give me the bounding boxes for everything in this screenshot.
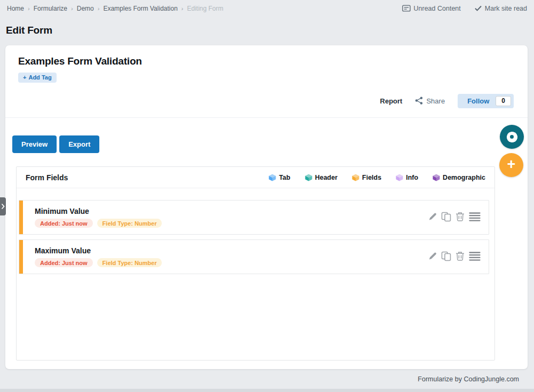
copy-icon: [441, 212, 451, 223]
edit-field-button[interactable]: [428, 212, 437, 222]
field-row-minimum-value: Minimum Value Added: Just now Field Type…: [19, 200, 489, 235]
report-link[interactable]: Report: [380, 97, 403, 105]
cube-icon: [396, 174, 403, 181]
breadcrumb-separator: ›: [28, 5, 30, 12]
added-badge: Added: Just now: [35, 219, 93, 228]
settings-fab-button[interactable]: [500, 125, 524, 149]
trash-icon: [456, 212, 465, 223]
copy-icon: [441, 251, 451, 263]
plus-icon: +: [507, 157, 516, 172]
cube-icon: [433, 174, 440, 181]
field-type-badge: Field Type: Number: [97, 219, 162, 228]
breadcrumb-separator: ›: [182, 5, 184, 12]
page-title: Edit Form: [6, 25, 52, 36]
chevron-right-icon: [2, 203, 5, 211]
preview-button[interactable]: Preview: [12, 135, 57, 153]
add-tag-label: Add Tag: [28, 74, 51, 81]
social-actions-row: Report Share Follow 0: [5, 83, 528, 117]
legend-item-fields[interactable]: Fields: [352, 174, 381, 181]
delete-field-button[interactable]: [456, 251, 465, 262]
legend-item-info[interactable]: Info: [396, 174, 418, 181]
legend-label: Demographic: [443, 174, 485, 181]
breadcrumb-separator: ›: [98, 5, 100, 12]
legend-item-header[interactable]: Header: [305, 174, 337, 181]
unread-content-label: Unread Content: [414, 5, 461, 12]
legend-label: Fields: [362, 174, 381, 181]
breadcrumb: Home › Formularize › Demo › Examples For…: [7, 5, 223, 12]
pencil-icon: [428, 212, 437, 222]
form-card-header: Examples Form Validation + Add Tag: [5, 45, 528, 83]
field-badges: Added: Just now Field Type: Number: [35, 219, 162, 228]
follower-count-badge: 0: [496, 96, 511, 106]
field-title: Maximum Value: [35, 246, 162, 255]
add-field-fab-button[interactable]: +: [499, 153, 523, 177]
form-card: Examples Form Validation + Add Tag Repor…: [5, 45, 528, 369]
bottom-edge-strip: [0, 389, 534, 392]
share-icon: [415, 97, 423, 106]
form-fields-panel-header: Form Fields Tab: [17, 167, 494, 188]
field-info: Minimum Value Added: Just now Field Type…: [19, 207, 162, 228]
breadcrumb-formularize[interactable]: Formularize: [34, 5, 67, 12]
export-button[interactable]: Export: [59, 135, 99, 153]
field-row-maximum-value: Maximum Value Added: Just now Field Type…: [19, 239, 489, 274]
footer-credit: Formularize by CodingJungle.com: [418, 375, 519, 383]
legend-label: Tab: [279, 174, 290, 181]
breadcrumb-home[interactable]: Home: [7, 5, 24, 12]
breadcrumb-separator: ›: [71, 5, 73, 12]
duplicate-field-button[interactable]: [441, 212, 451, 223]
form-fields-panel: Form Fields Tab: [16, 166, 495, 361]
cube-icon: [269, 174, 276, 181]
cube-icon: [352, 174, 359, 181]
sidebar-expand-tab[interactable]: [0, 197, 6, 215]
unread-content-icon: [402, 5, 411, 12]
mark-site-read-link[interactable]: Mark site read: [475, 5, 527, 12]
breadcrumb-form[interactable]: Examples Form Validation: [103, 5, 177, 12]
trash-icon: [456, 251, 465, 262]
mark-site-read-label: Mark site read: [485, 5, 527, 12]
legend-label: Header: [315, 174, 337, 181]
field-actions: [428, 251, 489, 263]
legend-item-tab[interactable]: Tab: [269, 174, 290, 181]
share-link[interactable]: Share: [415, 97, 445, 106]
cube-icon: [305, 174, 312, 181]
drag-handle[interactable]: [469, 252, 481, 262]
field-actions: [428, 212, 489, 223]
gear-icon: [507, 132, 517, 142]
field-accent-bar: [19, 240, 23, 274]
breadcrumb-current: Editing Form: [187, 5, 223, 12]
duplicate-field-button[interactable]: [441, 251, 451, 263]
field-type-legend: Tab Header: [269, 174, 485, 181]
field-title: Minimum Value: [35, 207, 162, 215]
plus-icon: +: [23, 74, 26, 81]
form-fields-list: Minimum Value Added: Just now Field Type…: [17, 188, 494, 281]
added-badge: Added: Just now: [35, 258, 93, 267]
legend-label: Info: [406, 174, 418, 181]
pencil-icon: [428, 252, 437, 262]
breadcrumb-demo[interactable]: Demo: [77, 5, 94, 12]
follow-label: Follow: [467, 97, 489, 105]
field-type-badge: Field Type: Number: [97, 258, 162, 267]
form-title: Examples Form Validation: [18, 55, 515, 67]
follow-button[interactable]: Follow 0: [458, 94, 514, 108]
share-label: Share: [426, 97, 445, 105]
panel-title: Form Fields: [26, 173, 68, 182]
drag-handle-icon: [469, 212, 481, 223]
legend-item-demographic[interactable]: Demographic: [433, 174, 485, 181]
field-badges: Added: Just now Field Type: Number: [35, 258, 162, 267]
field-accent-bar: [19, 201, 23, 234]
delete-field-button[interactable]: [456, 212, 465, 223]
form-toolbar: Preview Export: [5, 118, 528, 153]
add-tag-button[interactable]: + Add Tag: [18, 73, 57, 83]
edit-field-button[interactable]: [428, 252, 437, 262]
topbar-actions: Unread Content Mark site read: [402, 5, 527, 12]
check-icon: [475, 5, 482, 11]
top-bar: Home › Formularize › Demo › Examples For…: [0, 0, 534, 17]
drag-handle[interactable]: [469, 212, 481, 223]
drag-handle-icon: [469, 252, 481, 262]
unread-content-link[interactable]: Unread Content: [402, 5, 461, 12]
field-info: Maximum Value Added: Just now Field Type…: [19, 246, 162, 267]
